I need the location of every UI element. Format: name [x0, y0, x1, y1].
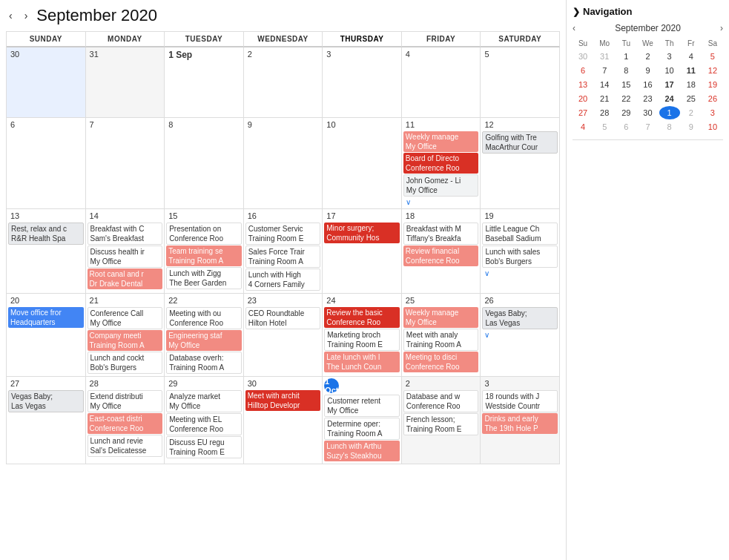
day-cell[interactable]: 26Vegas Baby;Las Vegas∨	[481, 294, 560, 377]
mini-day-cell[interactable]: 6	[616, 120, 636, 134]
day-cell[interactable]: 19Little League ChBaseball SadiumLunch w…	[481, 209, 560, 294]
calendar-event[interactable]: Lunch with salesBob's Burgers	[482, 246, 558, 268]
day-cell[interactable]: 22Meeting with ouConference RooEngineeri…	[165, 294, 244, 377]
day-cell[interactable]: 8	[165, 118, 244, 209]
calendar-event[interactable]: Presentation onConference Roo	[166, 223, 242, 245]
mini-day-cell[interactable]: 21	[594, 92, 615, 105]
day-cell[interactable]: 18Breakfast with MTiffany's BreakfaRevie…	[402, 209, 481, 294]
calendar-event[interactable]: Lunch and revieSal's Delicatesse	[88, 435, 163, 457]
day-cell[interactable]: 20Move office frorHeadquarters	[7, 294, 86, 377]
calendar-event[interactable]: Customer retentMy Office	[324, 395, 400, 417]
more-events-link[interactable]: ∨	[403, 197, 479, 207]
day-cell[interactable]: 31	[86, 47, 165, 118]
calendar-event[interactable]: Drinks and earlyThe 19th Hole P	[482, 413, 558, 434]
calendar-event[interactable]: Meeting with ouConference Roo	[166, 307, 242, 329]
day-cell[interactable]: 15Presentation onConference RooTeam trai…	[165, 209, 244, 294]
day-cell[interactable]: 13Rest, relax and cR&R Health Spa	[7, 209, 86, 294]
day-cell[interactable]: 1 Sep	[165, 47, 244, 118]
day-cell[interactable]: 4	[402, 47, 481, 118]
mini-day-cell[interactable]: 31	[594, 50, 615, 63]
mini-day-cell[interactable]: 17	[659, 78, 680, 91]
mini-day-cell[interactable]: 24	[659, 92, 680, 105]
calendar-event[interactable]: Rest, relax and cR&R Health Spa	[8, 223, 84, 245]
mini-day-cell[interactable]: 30	[637, 106, 658, 119]
day-cell[interactable]: 30	[7, 47, 86, 118]
mini-day-cell[interactable]: 14	[594, 78, 615, 91]
day-cell[interactable]: 2	[244, 47, 323, 118]
mini-day-cell[interactable]: 22	[616, 92, 636, 105]
mini-day-cell[interactable]: 19	[702, 78, 723, 91]
mini-day-cell[interactable]: 29	[616, 106, 636, 119]
calendar-event[interactable]: Discuss EU reguTraining Room E	[166, 436, 242, 458]
calendar-event[interactable]: Meet with analyTraining Room A	[403, 329, 479, 351]
calendar-event[interactable]: Engineering stafMy Office	[166, 330, 242, 351]
mini-day-cell[interactable]: 25	[681, 92, 702, 105]
mini-day-cell[interactable]: 1	[659, 106, 680, 119]
mini-day-cell[interactable]: 2	[681, 106, 702, 119]
next-month-button[interactable]: ›	[22, 8, 31, 23]
mini-day-cell[interactable]: 5	[594, 120, 615, 134]
mini-day-cell[interactable]: 26	[702, 92, 723, 105]
calendar-event[interactable]: Lunch with High4 Corners Family	[245, 269, 321, 291]
calendar-event[interactable]: Meet with architHilltop Developr	[245, 390, 321, 411]
calendar-event[interactable]: Lunch with ArthuSuzy's Steakhou	[324, 441, 400, 461]
day-cell[interactable]: 24Review the basicConference RooMarketin…	[323, 294, 402, 377]
day-cell[interactable]: 7	[86, 118, 165, 209]
calendar-event[interactable]: Little League ChBaseball Sadium	[482, 223, 558, 245]
calendar-event[interactable]: Review the basicConference Roo	[324, 307, 400, 328]
calendar-event[interactable]: Breakfast with CSam's Breakfast	[88, 223, 163, 245]
mini-day-cell[interactable]: 10	[702, 120, 723, 134]
mini-day-cell[interactable]: 5	[702, 50, 723, 63]
calendar-event[interactable]: Golfing with TreMacArthur Cour	[482, 131, 558, 154]
mini-day-cell[interactable]: 8	[659, 120, 680, 134]
day-cell[interactable]: 10	[323, 118, 402, 209]
calendar-event[interactable]: Vegas Baby;Las Vegas	[8, 390, 84, 412]
calendar-event[interactable]: Review financialConference Roo	[403, 246, 479, 266]
calendar-event[interactable]: Meeting to disciConference Roo	[403, 352, 479, 372]
calendar-event[interactable]: Discuss health irMy Office	[88, 246, 163, 268]
calendar-event[interactable]: Determine oper:Training Room A	[324, 418, 400, 440]
mini-day-cell[interactable]: 8	[616, 64, 636, 77]
mini-day-cell[interactable]: 28	[594, 106, 615, 119]
mini-day-cell[interactable]: 20	[573, 92, 593, 105]
calendar-event[interactable]: Lunch and cocktBob's Burgers	[88, 352, 163, 374]
calendar-event[interactable]: Sales Force TrairTraining Room A	[245, 246, 321, 268]
mini-day-cell[interactable]: 30	[573, 50, 593, 63]
day-cell[interactable]: 5	[481, 47, 560, 118]
day-cell[interactable]: 30Meet with architHilltop Developr	[244, 377, 323, 464]
mini-day-cell[interactable]: 6	[573, 64, 593, 77]
day-cell[interactable]: 1 OctCustomer retentMy OfficeDetermine o…	[323, 377, 402, 464]
prev-month-button[interactable]: ‹	[6, 8, 16, 23]
mini-day-cell[interactable]: 7	[594, 64, 615, 77]
day-cell[interactable]: 21Conference CallMy OfficeCompany meetiT…	[86, 294, 165, 377]
day-cell[interactable]: 25Weekly manageMy OfficeMeet with analyT…	[402, 294, 481, 377]
calendar-event[interactable]: Database and wConference Roo	[403, 390, 479, 412]
day-cell[interactable]: 12Golfing with TreMacArthur Cour	[481, 118, 560, 209]
day-cell[interactable]: 318 rounds with JWestside CountrDrinks a…	[481, 377, 560, 464]
calendar-event[interactable]: CEO RoundtableHilton Hotel	[245, 307, 321, 329]
day-cell[interactable]: 23CEO RoundtableHilton Hotel	[244, 294, 323, 377]
mini-day-cell[interactable]: 15	[616, 78, 636, 91]
calendar-event[interactable]: Minor surgery;Community Hos	[324, 223, 400, 243]
mini-next-button[interactable]: ›	[720, 23, 723, 33]
mini-day-cell[interactable]: 7	[637, 120, 658, 134]
calendar-event[interactable]: French lesson;Training Room E	[403, 413, 479, 435]
calendar-event[interactable]: Late lunch with IThe Lunch Coun	[324, 352, 400, 372]
mini-day-cell[interactable]: 18	[681, 78, 702, 91]
calendar-event[interactable]: Lunch with ZiggThe Beer Garden	[166, 267, 242, 289]
calendar-event[interactable]: East-coast distriConference Roo	[88, 413, 163, 434]
mini-day-cell[interactable]: 4	[573, 120, 593, 134]
day-cell[interactable]: 2Database and wConference RooFrench less…	[402, 377, 481, 464]
calendar-event[interactable]: Database overh:Training Room A	[166, 352, 242, 374]
day-cell[interactable]: 14Breakfast with CSam's BreakfastDiscuss…	[86, 209, 165, 294]
mini-day-cell[interactable]: 4	[681, 50, 702, 63]
mini-day-cell[interactable]: 1	[616, 50, 636, 63]
day-cell[interactable]: 3	[323, 47, 402, 118]
calendar-event[interactable]: Analyze marketMy Office	[166, 390, 242, 412]
mini-day-cell[interactable]: 10	[659, 64, 680, 77]
mini-day-cell[interactable]: 13	[573, 78, 593, 91]
calendar-event[interactable]: Customer ServicTraining Room E	[245, 223, 321, 245]
calendar-event[interactable]: Breakfast with MTiffany's Breakfa	[403, 223, 479, 245]
mini-day-cell[interactable]: 2	[637, 50, 658, 63]
calendar-event[interactable]: Meeting with ELConference Roo	[166, 413, 242, 435]
